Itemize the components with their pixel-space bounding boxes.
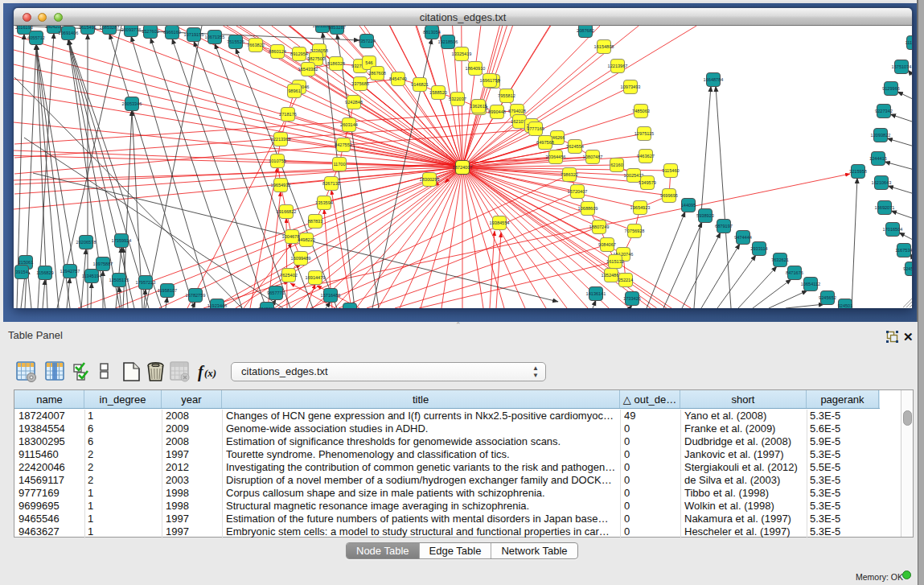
- svg-text:(x): (x): [204, 367, 216, 379]
